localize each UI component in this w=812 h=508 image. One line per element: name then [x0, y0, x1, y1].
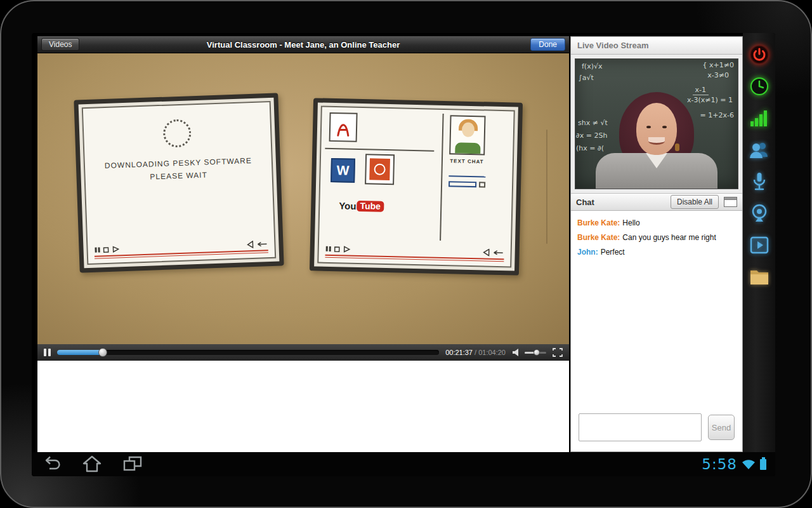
sketch-transport-icons [94, 245, 123, 254]
volume-thumb[interactable] [534, 349, 540, 356]
page-whitespace [37, 361, 569, 452]
chat-author: Burke Kate: [577, 233, 620, 242]
sketch-divider-horizontal [325, 148, 434, 152]
tablet-frame: Videos Virtual Classroom - Meet Jane, an… [0, 0, 812, 508]
files-folder-button[interactable] [749, 266, 770, 288]
power-button[interactable] [749, 44, 770, 65]
chalkboard-writing: f(x)√x [582, 62, 602, 70]
youtube-logo: You Tube [339, 200, 384, 212]
pause-button[interactable] [44, 349, 51, 356]
chat-title: Chat [576, 197, 594, 207]
sketch-download-screen: Downloading Pesky Software Please Wait [74, 93, 284, 272]
recent-apps-button[interactable] [122, 455, 143, 474]
chat-message: John:Perfect [577, 248, 736, 257]
spinner-sketch-icon [163, 119, 192, 148]
sketch-text-line2: Please Wait [85, 168, 272, 184]
youtube-you-text: You [339, 200, 357, 211]
videos-button[interactable]: Videos [41, 38, 79, 51]
seek-progress [57, 350, 103, 355]
text-chat-label: Text Chat [447, 158, 487, 164]
volume-control [512, 348, 546, 357]
chat-message: Burke Kate:Can you guys hear me right [577, 233, 736, 242]
word-icon: W [331, 158, 355, 183]
speaker-icon[interactable] [512, 348, 521, 357]
chat-message: Burke Kate:Hello [577, 218, 736, 227]
sketch-divider-vertical [440, 114, 444, 241]
microphone-button[interactable] [749, 171, 770, 192]
webcam-button[interactable] [749, 203, 770, 224]
chat-message-input[interactable] [579, 413, 702, 441]
sketch-transport-icons [325, 245, 355, 253]
page-title: Virtual Classroom - Meet Jane, an Online… [37, 40, 569, 50]
battery-icon [760, 459, 766, 470]
chalkboard-writing: x-3≠0 [707, 71, 729, 79]
current-time: 00:21:37 [445, 349, 473, 356]
sketch-inner-frame: Downloading Pesky Software Please Wait [82, 101, 276, 265]
sketch-volume-icons [475, 248, 504, 257]
chat-body: Burke Kate:Hello Burke Kate:Can you guys… [571, 211, 742, 451]
chat-header: Chat Disable All [571, 193, 742, 211]
fullscreen-button[interactable] [553, 348, 563, 357]
chat-sketch-lines [449, 171, 486, 187]
seek-bar[interactable] [57, 350, 439, 355]
volume-slider[interactable] [525, 352, 546, 354]
time-separator: / [473, 349, 478, 356]
live-stream-header: Live Video Stream [571, 37, 742, 55]
main-content: Videos Virtual Classroom - Meet Jane, an… [37, 36, 569, 452]
chalkboard-writing: { x+1≠0 [703, 61, 734, 69]
video-play-button[interactable] [749, 234, 770, 256]
status-area: 5:58 [702, 456, 766, 472]
chat-message-list: Burke Kate:Hello Burke Kate:Can you guys… [571, 211, 742, 408]
avatar-sketch-icon [449, 115, 485, 155]
chat-author: John: [577, 248, 598, 257]
clock-button[interactable] [749, 76, 770, 97]
chalkboard-writing: ∫a√t [579, 74, 594, 82]
disable-all-button[interactable]: Disable All [671, 195, 719, 209]
chat-text: Can you guys hear me right [622, 233, 716, 242]
video-player-surface[interactable]: Downloading Pesky Software Please Wait [37, 53, 569, 344]
youtube-tube-text: Tube [357, 201, 384, 212]
live-video-stream[interactable]: f(x)√x ∫a√t { x+1≠0 x-3≠0 x-1 x-3(x≠1) =… [575, 58, 738, 189]
total-time: 01:04:20 [478, 349, 506, 356]
chat-input-row: Send [571, 408, 742, 451]
chat-text: Perfect [601, 248, 625, 257]
app-top-bar: Videos Virtual Classroom - Meet Jane, an… [37, 36, 569, 53]
send-button[interactable]: Send [708, 415, 735, 440]
screen: Videos Virtual Classroom - Meet Jane, an… [32, 33, 775, 476]
participants-button[interactable] [749, 139, 770, 161]
signal-strength-button[interactable] [749, 107, 770, 129]
sketch-player-controls [94, 240, 268, 259]
done-button[interactable]: Done [530, 38, 565, 51]
chat-text: Hello [622, 218, 639, 227]
back-button[interactable] [41, 455, 62, 474]
tool-sidebar [743, 33, 775, 452]
seek-thumb[interactable] [98, 348, 107, 357]
android-navigation-bar: 5:58 [32, 452, 775, 476]
time-display: 00:21:37 / 01:04:20 [445, 349, 506, 356]
video-control-bar: 00:21:37 / 01:04:20 [37, 344, 569, 361]
teacher-portrait [593, 92, 720, 189]
home-button[interactable] [81, 455, 103, 474]
wifi-icon [742, 458, 756, 470]
sketch-player-controls [325, 245, 504, 262]
popout-window-icon[interactable] [724, 197, 737, 207]
chat-author: Burke Kate: [577, 218, 620, 227]
side-panel: Live Video Stream f(x)√x ∫a√t { x+1≠0 x-… [570, 36, 743, 452]
sketch-apps-screen: W You Tube Text Chat [310, 98, 523, 275]
status-clock: 5:58 [702, 456, 737, 472]
sketch-inner-frame: W You Tube Text Chat [317, 106, 515, 268]
volume-level [525, 352, 537, 354]
powerpoint-icon [365, 154, 395, 185]
sketch-volume-icons [239, 240, 268, 249]
pdf-icon [329, 112, 358, 142]
